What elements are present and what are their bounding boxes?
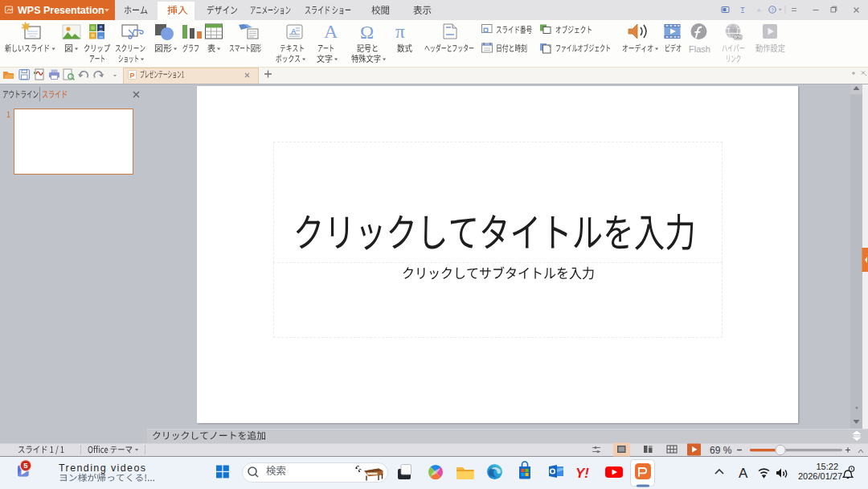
svg-text:Ω: Ω [360,23,374,43]
svg-text:π: π [395,22,405,42]
svg-text:P: P [129,72,134,80]
svg-text:?: ? [771,7,774,13]
svg-text:Y!: Y! [575,466,589,481]
svg-text:5: 5 [23,461,28,470]
svg-text:A: A [324,21,338,42]
svg-text:A: A [739,466,748,481]
